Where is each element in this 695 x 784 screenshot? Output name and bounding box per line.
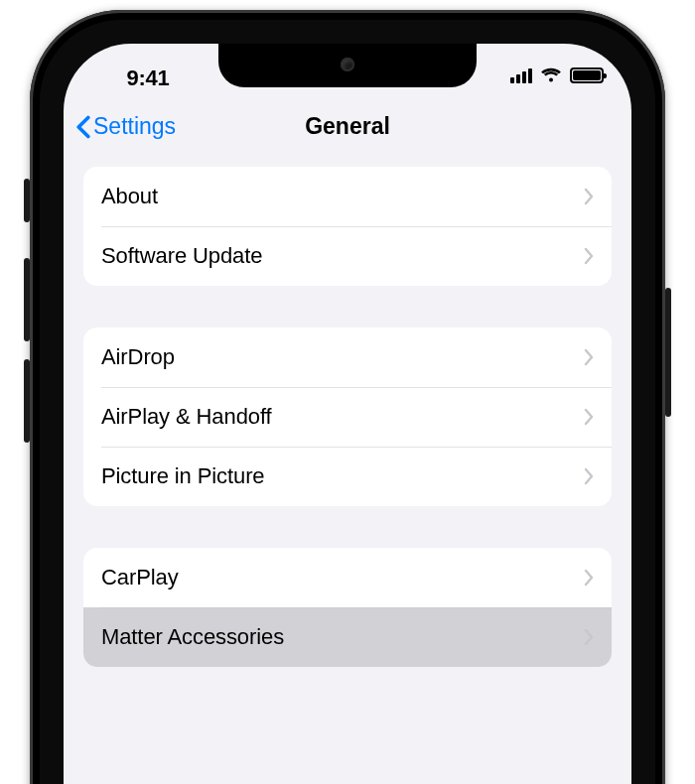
settings-group-2: AirDrop AirPlay & Handoff Picture in Pic… <box>83 327 612 506</box>
wifi-icon <box>540 67 562 83</box>
settings-group-3: CarPlay Matter Accessories <box>83 548 612 667</box>
status-time: 9:41 <box>64 65 232 91</box>
row-label: About <box>101 184 584 209</box>
row-picture-in-picture[interactable]: Picture in Picture <box>83 447 612 506</box>
chevron-left-icon <box>75 115 91 139</box>
row-airplay-handoff[interactable]: AirPlay & Handoff <box>83 387 612 447</box>
cellular-icon <box>510 67 532 83</box>
nav-bar: Settings General <box>64 99 631 159</box>
row-label: Software Update <box>101 243 584 269</box>
settings-group-1: About Software Update <box>83 167 612 286</box>
row-label: AirDrop <box>101 344 584 370</box>
row-label: CarPlay <box>101 565 584 590</box>
row-label: Picture in Picture <box>101 463 584 489</box>
back-label: Settings <box>93 113 176 140</box>
status-icons <box>510 67 604 83</box>
battery-icon <box>570 67 604 83</box>
mute-switch <box>24 179 30 222</box>
chevron-right-icon <box>584 467 594 485</box>
chevron-right-icon <box>584 247 594 265</box>
row-airdrop[interactable]: AirDrop <box>83 327 612 387</box>
row-carplay[interactable]: CarPlay <box>83 548 612 607</box>
stage: 9:41 Settings General <box>0 0 695 784</box>
row-label: AirPlay & Handoff <box>101 404 584 430</box>
front-camera <box>341 58 354 71</box>
chevron-right-icon <box>584 348 594 366</box>
chevron-right-icon <box>584 569 594 587</box>
chevron-right-icon <box>584 408 594 426</box>
row-matter-accessories[interactable]: Matter Accessories <box>83 607 612 667</box>
volume-up-button <box>24 258 30 341</box>
chevron-right-icon <box>584 628 594 646</box>
screen: 9:41 Settings General <box>64 44 631 784</box>
back-button[interactable]: Settings <box>75 113 176 140</box>
content: About Software Update AirDrop <box>64 159 631 667</box>
power-button <box>665 288 671 417</box>
notch <box>218 44 477 87</box>
volume-down-button <box>24 359 30 443</box>
device-frame: 9:41 Settings General <box>30 10 665 784</box>
page-title: General <box>305 113 390 140</box>
device-bezel: 9:41 Settings General <box>40 20 655 784</box>
row-label: Matter Accessories <box>101 624 584 650</box>
chevron-right-icon <box>584 188 594 205</box>
row-about[interactable]: About <box>83 167 612 226</box>
row-software-update[interactable]: Software Update <box>83 226 612 286</box>
